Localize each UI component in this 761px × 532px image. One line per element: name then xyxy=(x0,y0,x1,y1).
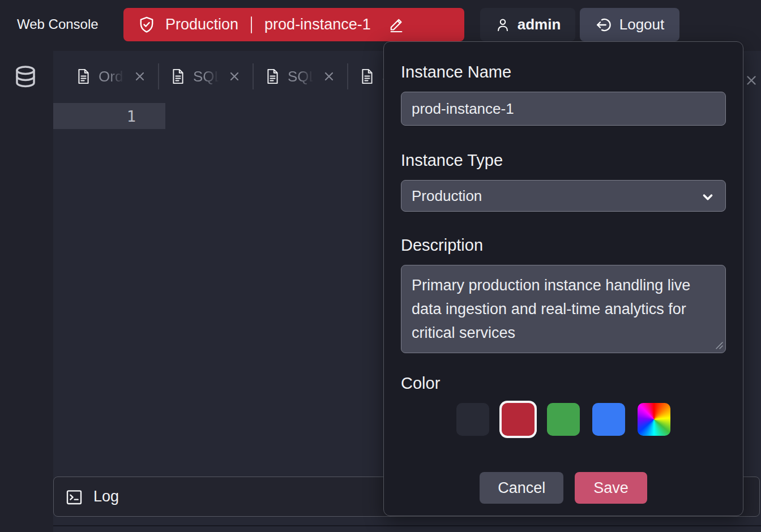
database-icon[interactable] xyxy=(13,63,38,93)
tab-separator xyxy=(158,63,159,89)
tab-label: SQL xyxy=(288,68,315,85)
logout-button[interactable]: Logout xyxy=(580,8,679,41)
tab-file-3[interactable]: SQL xyxy=(256,68,345,85)
file-icon xyxy=(76,68,91,85)
logout-icon xyxy=(595,16,612,33)
color-swatch-default[interactable] xyxy=(456,403,489,436)
tab-file-2[interactable]: SQL xyxy=(161,68,250,85)
tab-close-icon[interactable] xyxy=(133,70,147,83)
tab-bar: Order SQL SQL xyxy=(67,51,418,102)
edit-instance-icon[interactable] xyxy=(388,16,405,33)
color-swatch-red[interactable] xyxy=(502,403,535,436)
color-label: Color xyxy=(401,374,726,393)
badge-divider xyxy=(251,16,252,33)
tab-close-icon-far-right[interactable] xyxy=(744,73,759,88)
file-icon xyxy=(170,68,186,85)
user-chip[interactable]: admin xyxy=(480,8,575,41)
color-swatch-row xyxy=(401,403,726,436)
tab-close-icon[interactable] xyxy=(228,70,241,83)
instance-badge[interactable]: Production prod-instance-1 xyxy=(123,8,464,41)
instance-type-badge-label: Production xyxy=(165,16,238,33)
color-swatch-blue[interactable] xyxy=(592,403,625,436)
log-label: Log xyxy=(93,488,119,505)
tab-label: Order xyxy=(99,68,126,85)
modal-button-row: Cancel Save xyxy=(401,472,726,504)
bottom-divider xyxy=(53,525,761,526)
instance-name-badge-label: prod-instance-1 xyxy=(264,16,371,33)
terminal-icon xyxy=(65,488,83,506)
file-icon xyxy=(360,68,375,85)
instance-type-select[interactable]: Production xyxy=(401,180,726,212)
line-number: 1 xyxy=(127,108,136,125)
file-icon xyxy=(265,68,280,85)
logout-label: Logout xyxy=(619,16,665,33)
color-swatch-rainbow[interactable] xyxy=(638,403,670,436)
user-icon xyxy=(495,17,511,33)
user-name: admin xyxy=(518,16,561,33)
tab-separator xyxy=(347,63,348,89)
resize-grip-icon[interactable] xyxy=(715,341,724,350)
description-label: Description xyxy=(401,235,726,255)
description-textarea[interactable]: Primary production instance handling liv… xyxy=(401,265,726,353)
instance-name-label: Instance Name xyxy=(401,62,726,81)
tab-file-1[interactable]: Order xyxy=(67,68,156,85)
color-swatch-green[interactable] xyxy=(547,403,580,436)
sidebar xyxy=(0,51,53,532)
chevron-down-icon xyxy=(700,190,715,204)
save-button[interactable]: Save xyxy=(575,472,647,504)
shield-check-icon xyxy=(137,15,156,35)
app-title: Web Console xyxy=(17,16,99,32)
instance-name-input[interactable] xyxy=(401,92,726,126)
tab-separator xyxy=(253,63,254,89)
editor-active-line-gutter[interactable]: 1 xyxy=(53,103,165,129)
cancel-button[interactable]: Cancel xyxy=(480,472,563,504)
tab-label: SQL xyxy=(193,68,220,85)
instance-type-value: Production xyxy=(412,187,482,205)
instance-type-label: Instance Type xyxy=(401,151,726,170)
tab-close-icon[interactable] xyxy=(322,70,336,83)
instance-settings-modal: Instance Name Instance Type Production D… xyxy=(383,41,743,516)
